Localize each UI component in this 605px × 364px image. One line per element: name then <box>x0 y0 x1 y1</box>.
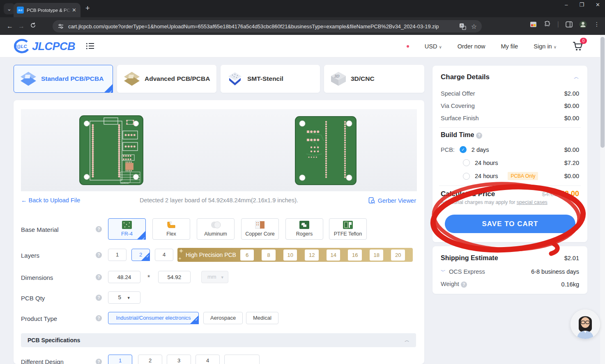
layers-option-6[interactable]: 6 <box>240 250 254 261</box>
help-icon[interactable]: ? <box>96 295 102 301</box>
address-bar[interactable]: cart.jlcpcb.com/quote?orderType=1&homeUp… <box>53 20 482 32</box>
rogers-thumbnail-icon <box>299 220 310 229</box>
copper-core-thumbnail-icon <box>255 220 265 229</box>
different-design-label: Different Design <box>21 359 64 364</box>
scrollbar-thumb[interactable] <box>600 37 605 148</box>
nav-order-now[interactable]: Order now <box>458 43 485 50</box>
layers-option-2[interactable]: 2 <box>131 249 150 261</box>
radio-icon[interactable] <box>463 173 470 180</box>
special-cases-link[interactable]: special cases <box>517 199 547 205</box>
page-scrollbar[interactable] <box>600 35 605 364</box>
pcb-qty-select[interactable]: 5 ▼ <box>108 291 140 304</box>
nav-my-file[interactable]: My file <box>501 43 518 50</box>
save-to-cart-button[interactable]: SAVE TO CART <box>445 215 575 233</box>
layers-option-18[interactable]: 18 <box>370 250 384 261</box>
help-icon[interactable]: ? <box>476 133 482 139</box>
charge-row-value: $2.00 <box>564 90 579 97</box>
dimension-width-input[interactable] <box>108 271 140 283</box>
material-option-fr4[interactable]: FR-4 <box>108 218 146 240</box>
layers-option-1[interactable]: 1 <box>108 249 127 261</box>
window-close-button[interactable]: ✕ <box>596 2 600 8</box>
layers-option-12[interactable]: 12 <box>305 250 319 261</box>
pcb-specifications-header[interactable]: PCB Specifications ︿ <box>21 333 416 347</box>
material-option-aluminum[interactable]: Aluminum <box>197 218 235 240</box>
shipping-price: $2.01 <box>564 255 579 261</box>
chevron-down-icon: ∨ <box>439 45 442 49</box>
sparkle-icon <box>178 249 184 261</box>
radio-icon[interactable] <box>463 159 470 166</box>
high-precision-band: High Precision PCB 6 8 10 12 14 16 18 20 <box>177 248 413 262</box>
site-settings-icon[interactable] <box>58 23 64 30</box>
build-time-option[interactable]: 24 hours <box>475 160 498 166</box>
tab-3d-cnc[interactable]: 3D 3D/CNC <box>324 65 424 93</box>
layers-option-14[interactable]: 14 <box>327 250 340 261</box>
weight-value: 0.16kg <box>561 281 579 288</box>
shipping-title: Shipping Estimate <box>441 254 498 262</box>
design-option-2[interactable]: 2 <box>138 355 162 364</box>
browser-tab[interactable]: JLC PCB Prototype & PCB Fabricatio ✕ <box>14 3 81 17</box>
translate-icon[interactable]: A <box>459 23 466 30</box>
tab-search-button[interactable]: ⌄ <box>4 3 15 14</box>
customer-service-avatar[interactable] <box>570 309 600 339</box>
cart-button[interactable]: 0 <box>572 41 584 52</box>
build-time-option[interactable]: 24 hours <box>475 173 498 179</box>
build-time-option[interactable]: 2 days <box>472 147 489 153</box>
flex-thumbnail-icon <box>166 220 177 229</box>
tab-standard-pcb[interactable]: Standard PCB/PCBA <box>14 65 113 93</box>
browser-tab-strip: ⌄ JLC PCB Prototype & PCB Fabricatio ✕ +… <box>0 0 605 17</box>
new-tab-button[interactable]: + <box>85 4 90 13</box>
material-option-copper-core[interactable]: Copper Core <box>241 218 279 240</box>
help-icon[interactable]: ? <box>461 282 467 288</box>
help-icon[interactable]: ? <box>96 359 102 364</box>
tab-advanced-pcb[interactable]: Advanced PCB/PCBA <box>117 65 216 93</box>
help-icon[interactable]: ? <box>96 274 102 280</box>
shipping-method[interactable]: OCS Express <box>449 268 485 275</box>
design-option-3[interactable]: 3 <box>167 355 191 364</box>
expand-chevron-icon[interactable]: ﹀ <box>441 268 446 275</box>
product-type-medical[interactable]: Medical <box>246 312 278 324</box>
gerber-viewer-link[interactable]: Gerber Viewer <box>368 197 416 204</box>
nav-sign-in[interactable]: Sign in∨ <box>534 43 557 50</box>
dimension-unit-select: mm▼ <box>201 271 228 283</box>
tab-smt-stencil[interactable]: SMT-Stencil <box>221 65 320 93</box>
help-icon[interactable]: ? <box>96 252 102 258</box>
layers-option-16[interactable]: 16 <box>348 250 362 261</box>
catalog-menu-icon[interactable] <box>86 42 94 51</box>
back-button[interactable]: ← <box>4 23 16 30</box>
refresh-button[interactable] <box>27 22 39 30</box>
window-minimize-button[interactable]: – <box>565 2 568 8</box>
material-option-rogers[interactable]: Rogers <box>285 218 323 240</box>
tab-title: PCB Prototype & PCB Fabricatio <box>27 8 71 13</box>
bookmark-star-icon[interactable]: ☆ <box>471 23 477 30</box>
jlcpcb-logo[interactable]: J@LC JLCPCB <box>12 39 75 54</box>
help-icon[interactable]: ? <box>96 315 102 321</box>
tab-close-icon[interactable]: ✕ <box>72 7 76 13</box>
design-option-custom-input[interactable] <box>224 355 260 364</box>
product-type-industrial[interactable]: Industrial/Consumer electronics <box>108 312 199 324</box>
window-maximize-button[interactable]: ❐ <box>579 2 584 8</box>
design-option-4[interactable]: 4 <box>196 355 220 364</box>
profile-avatar-icon[interactable] <box>579 20 587 28</box>
download-tray-icon[interactable] <box>529 20 538 28</box>
help-icon[interactable]: ? <box>96 226 102 232</box>
collapse-chevron-icon[interactable]: ︿ <box>574 73 579 81</box>
dimension-height-input[interactable] <box>158 271 191 283</box>
layers-option-10[interactable]: 10 <box>283 250 297 261</box>
currency-select[interactable]: USD∨ <box>425 43 442 50</box>
extensions-puzzle-icon[interactable] <box>543 20 552 28</box>
side-panel-icon[interactable] <box>565 20 573 28</box>
design-option-1[interactable]: 1 <box>108 355 132 364</box>
product-type-aerospace[interactable]: Aerospace <box>203 312 243 324</box>
ptfe-thumbnail-icon <box>343 220 353 229</box>
material-option-flex[interactable]: Flex <box>152 218 190 240</box>
material-option-ptfe[interactable]: PTFE Teflon <box>329 218 367 240</box>
radio-selected-icon[interactable]: ✓ <box>460 146 467 153</box>
selected-check-icon <box>190 315 199 324</box>
layers-option-4[interactable]: 4 <box>155 249 173 261</box>
charge-details-card: Charge Details ︿ Special Offer$2.00 Via … <box>432 66 587 242</box>
layers-option-8[interactable]: 8 <box>262 250 276 261</box>
layers-option-20[interactable]: 20 <box>391 250 405 261</box>
chrome-menu-icon[interactable]: ⋮ <box>593 20 601 28</box>
pcba-only-badge: PCBA Only <box>508 172 538 180</box>
forward-button[interactable]: → <box>16 23 27 30</box>
